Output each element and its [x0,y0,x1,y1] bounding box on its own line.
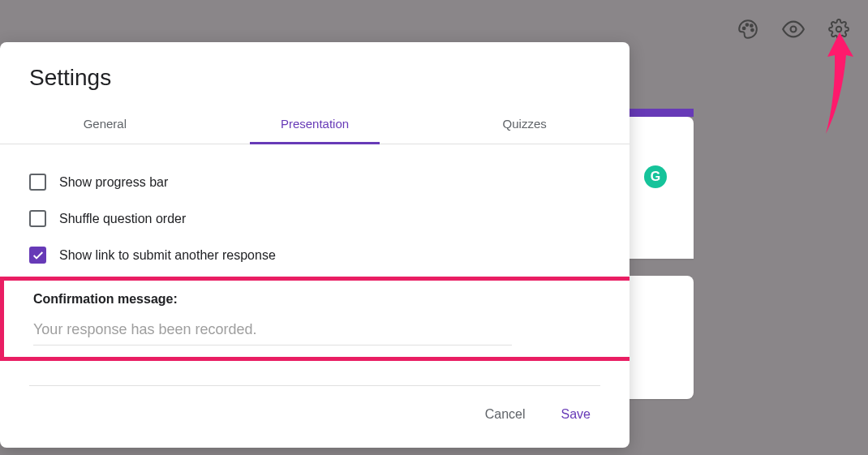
customize-theme-button[interactable] [737,18,759,41]
svg-point-2 [750,24,753,27]
option-show-progress-bar: Show progress bar [29,164,600,200]
tabs-container: General Presentation Quizzes [0,104,630,144]
tab-general[interactable]: General [0,104,210,144]
svg-point-3 [751,29,754,32]
checkbox-show-progress-bar[interactable] [29,174,46,191]
svg-point-4 [791,27,797,32]
svg-point-5 [836,27,842,32]
modal-actions: Cancel Save [0,386,630,448]
confirmation-label: Confirmation message: [33,292,600,307]
checkbox-label: Show link to submit another response [59,248,276,263]
cancel-button[interactable]: Cancel [475,401,535,428]
option-show-submit-link: Show link to submit another response [29,237,600,273]
confirmation-message-section: Confirmation message: [0,277,630,361]
top-toolbar [737,18,850,41]
checkbox-label: Shuffle question order [59,212,186,226]
grammarly-badge: G [644,165,667,188]
annotation-arrow [819,32,860,138]
tab-presentation[interactable]: Presentation [210,104,420,144]
checkbox-label: Show progress bar [59,175,168,190]
preview-button[interactable] [782,18,805,41]
settings-modal: Settings General Presentation Quizzes Sh… [0,42,630,448]
tab-quizzes[interactable]: Quizzes [419,104,630,144]
modal-title: Settings [0,42,630,104]
option-shuffle-questions: Shuffle question order [29,200,600,237]
settings-body: Show progress bar Shuffle question order… [0,144,630,371]
svg-point-0 [743,28,746,30]
settings-button[interactable] [827,18,850,41]
checkbox-shuffle-questions[interactable] [29,210,46,227]
svg-point-1 [746,24,749,26]
confirmation-message-input[interactable] [33,318,512,346]
save-button[interactable]: Save [552,401,600,428]
checkbox-show-submit-link[interactable] [29,247,46,264]
